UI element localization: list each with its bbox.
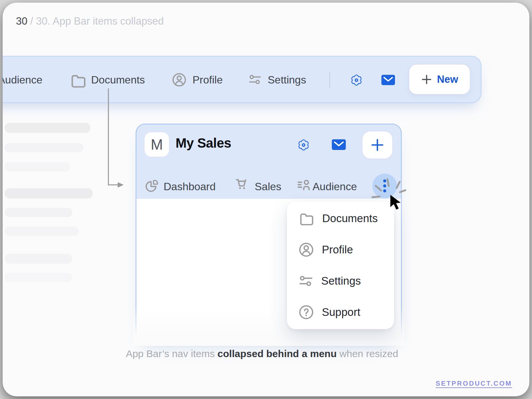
page-title: 30 / 30. App Bar items collapsed — [16, 15, 164, 28]
menu-item-profile[interactable]: Profile — [287, 234, 394, 265]
demo-page: 30 / 30. App Bar items collapsed Audienc… — [3, 3, 529, 396]
caption-pre: App Bar’s nav items — [126, 348, 217, 359]
card-title: My Sales — [176, 136, 231, 151]
new-button[interactable]: New — [409, 64, 470, 95]
plus-icon — [421, 74, 432, 85]
card-nav-sales[interactable]: Sales — [255, 180, 281, 193]
avatar-letter: M — [151, 136, 163, 153]
gear-icon[interactable] — [350, 73, 363, 87]
menu-item-label: Support — [322, 306, 360, 319]
cursor-arrow — [390, 195, 401, 210]
overflow-dropdown-menu: Documents Profile Settings Support — [287, 201, 394, 329]
setproduct-link[interactable]: SETPRODUCT.COM — [436, 380, 512, 387]
avatar[interactable]: M — [144, 132, 170, 157]
skeleton-bar — [5, 162, 70, 172]
cursor-click-indicator — [370, 176, 420, 216]
connector-arrow — [102, 85, 132, 195]
skeleton-bar — [5, 188, 93, 199]
skeleton-bar — [5, 208, 72, 217]
screenshot-stage: 30 / 30. App Bar items collapsed Audienc… — [0, 0, 532, 399]
sliders-icon — [299, 274, 313, 288]
user-icon — [299, 242, 314, 257]
app-bar-item-profile[interactable]: Profile — [193, 73, 223, 86]
skeleton-bar — [5, 123, 90, 133]
user-icon — [172, 72, 187, 87]
menu-item-settings[interactable]: Settings — [287, 265, 394, 297]
skeleton-bar — [5, 226, 79, 236]
gear-icon[interactable] — [297, 138, 310, 152]
card-nav-dashboard[interactable]: Dashboard — [164, 180, 216, 193]
app-bar-item-documents[interactable]: Documents — [91, 73, 145, 86]
cart-icon — [234, 177, 249, 190]
mail-icon[interactable] — [332, 139, 346, 150]
caption: App Bar’s nav items collapsed behind a m… — [3, 347, 521, 360]
page-index: 30 — [16, 15, 27, 27]
menu-item-support[interactable]: Support — [287, 297, 394, 328]
sliders-icon — [248, 73, 262, 86]
skeleton-bar — [5, 273, 72, 282]
add-button[interactable] — [362, 131, 393, 159]
folder-icon — [70, 72, 86, 88]
user-list-icon — [297, 178, 313, 192]
mail-icon[interactable] — [381, 74, 395, 85]
caption-post: when resized — [336, 348, 398, 359]
app-bar-divider — [329, 72, 330, 88]
menu-item-label: Settings — [321, 275, 361, 287]
menu-item-label: Profile — [322, 243, 353, 256]
pie-chart-icon — [145, 179, 159, 193]
skeleton-bar — [5, 143, 83, 152]
app-bar-item-settings[interactable]: Settings — [268, 73, 306, 86]
page-title-text: / 30. App Bar items collapsed — [27, 15, 164, 27]
plus-icon — [370, 138, 385, 152]
folder-icon — [299, 211, 314, 226]
new-button-label: New — [437, 73, 458, 85]
caption-bold: collapsed behind a menu — [217, 348, 336, 359]
app-bar-item-audience[interactable]: Audience — [3, 73, 42, 86]
skeleton-bar — [5, 254, 72, 264]
card-nav-audience[interactable]: Audience — [313, 180, 357, 193]
menu-item-label: Documents — [322, 212, 378, 225]
help-icon — [299, 305, 314, 320]
